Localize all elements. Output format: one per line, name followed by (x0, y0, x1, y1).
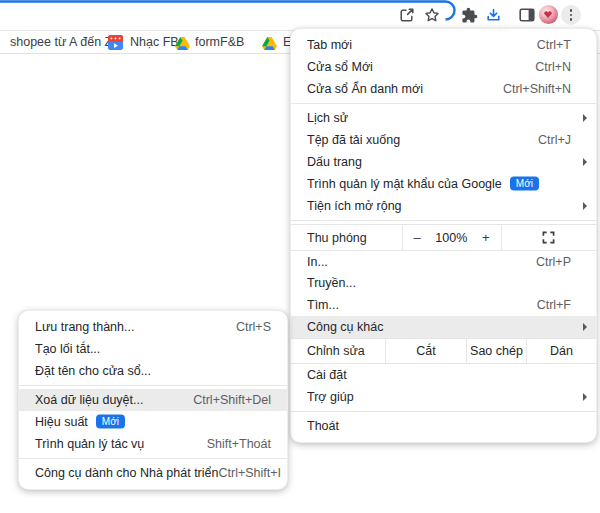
menu-item-help[interactable]: Trợ giúp (291, 386, 596, 408)
new-badge: Mới (510, 177, 539, 191)
paste-button[interactable]: Dán (526, 339, 596, 363)
menu-item-label: Cài đặt (307, 368, 347, 382)
submenu-arrow-icon (583, 323, 587, 331)
bookmark-item-formfb[interactable]: formF&B (195, 35, 244, 49)
fullscreen-icon (542, 231, 555, 244)
menu-item-label: Công cụ khác (307, 320, 383, 334)
extensions-puzzle-icon[interactable] (460, 6, 478, 24)
menu-separator (291, 103, 596, 104)
menu-item-label: Tiện ích mở rộng (307, 199, 402, 213)
menu-separator (19, 385, 287, 386)
menu-item-label: Trình quản lý tác vụ (35, 437, 144, 451)
copy-button[interactable]: Sao chép (466, 339, 526, 363)
menu-item-label: Tab mới (307, 38, 352, 52)
menu-item-label: Tạo lối tắt... (35, 342, 100, 356)
submenu-item-performance[interactable]: Hiệu suất Mới (19, 411, 287, 433)
menu-item-shortcut: Ctrl+P (536, 255, 571, 269)
download-icon[interactable] (484, 6, 502, 24)
menu-item-label: Hiệu suất (35, 415, 88, 429)
menu-item-bookmarks[interactable]: Dấu trang (291, 151, 596, 173)
submenu-item-dev-tools[interactable]: Công cụ dành cho Nhà phát triển Ctrl+Shi… (19, 462, 287, 484)
menu-item-shortcut: Ctrl+Shift+N (503, 82, 571, 96)
menu-item-label: Truyền... (307, 276, 356, 290)
submenu-arrow-icon (583, 202, 587, 210)
fullscreen-button[interactable] (502, 225, 597, 250)
menu-item-label: Đặt tên cho cửa sổ... (35, 364, 151, 378)
menu-item-label: In... (307, 255, 328, 269)
menu-item-print[interactable]: In... Ctrl+P (291, 250, 596, 272)
menu-item-shortcut: Ctrl+J (538, 133, 571, 147)
more-tools-submenu: Lưu trang thành... Ctrl+S Tạo lối tắt...… (18, 310, 288, 490)
menu-item-shortcut: Ctrl+Shift+I (218, 466, 281, 480)
omnibox-focus-ring (0, 0, 460, 23)
submenu-item-task-manager[interactable]: Trình quản lý tác vụ Shift+Thoát (19, 433, 287, 455)
menu-dots-icon[interactable] (561, 5, 581, 25)
menu-item-edit: Chỉnh sửa Cắt Sao chép Dán (291, 338, 596, 364)
video-playlist-icon (108, 35, 123, 54)
menu-item-exit[interactable]: Thoát (291, 415, 596, 437)
submenu-item-save-page[interactable]: Lưu trang thành... Ctrl+S (19, 316, 287, 338)
menu-item-label: Xoá dữ liệu duyệt... (35, 393, 143, 407)
profile-avatar[interactable] (539, 5, 558, 24)
menu-item-shortcut: Ctrl+Shift+Del (193, 393, 271, 407)
menu-item-find[interactable]: Tìm... Ctrl+F (291, 294, 596, 316)
submenu-item-create-shortcut[interactable]: Tạo lối tắt... (19, 338, 287, 360)
chrome-main-menu: Tab mới Ctrl+T Cửa sổ Mới Ctrl+N Cửa sổ … (290, 28, 597, 443)
edit-label: Chỉnh sửa (307, 344, 365, 358)
share-icon[interactable] (398, 6, 416, 24)
browser-toolbar (0, 0, 600, 31)
menu-separator (19, 458, 287, 459)
zoom-out-button[interactable]: – (414, 230, 421, 245)
zoom-in-button[interactable]: + (482, 230, 490, 245)
menu-item-settings[interactable]: Cài đặt (291, 364, 596, 386)
menu-item-password-manager[interactable]: Trình quản lý mật khẩu của Google Mới (291, 173, 596, 195)
new-badge: Mới (96, 415, 125, 429)
submenu-item-clear-browsing-data[interactable]: Xoá dữ liệu duyệt... Ctrl+Shift+Del (19, 389, 287, 411)
menu-item-label: Trình quản lý mật khẩu của Google (307, 177, 502, 191)
google-drive-icon (175, 36, 190, 54)
menu-item-new-window[interactable]: Cửa sổ Mới Ctrl+N (291, 56, 596, 78)
three-dots-glyph (570, 9, 573, 21)
menu-item-downloads[interactable]: Tệp đã tải xuống Ctrl+J (291, 129, 596, 151)
menu-item-history[interactable]: Lịch sử (291, 107, 596, 129)
menu-item-zoom: Thu phóng – 100% + (291, 224, 596, 250)
menu-item-shortcut: Ctrl+F (537, 298, 571, 312)
bookmark-item-shopee[interactable]: shopee từ A đến Z (10, 35, 112, 49)
menu-item-label: Cửa sổ Ẩn danh mới (307, 82, 423, 96)
bookmark-item-nhac-fb[interactable]: Nhạc FB (130, 35, 179, 49)
menu-item-shortcut: Shift+Thoát (207, 437, 271, 451)
submenu-arrow-icon (583, 158, 587, 166)
menu-item-label: Lưu trang thành... (35, 320, 134, 334)
menu-item-shortcut: Ctrl+T (537, 38, 571, 52)
menu-separator (291, 411, 596, 412)
menu-item-more-tools[interactable]: Công cụ khác (291, 316, 596, 338)
zoom-level: 100% (435, 231, 467, 245)
menu-item-cast[interactable]: Truyền... (291, 272, 596, 294)
menu-item-label: Tìm... (307, 298, 339, 312)
cut-button[interactable]: Cắt (385, 339, 466, 363)
menu-item-label: Trợ giúp (307, 390, 354, 404)
submenu-arrow-icon (583, 114, 587, 122)
side-panel-icon[interactable] (518, 6, 536, 24)
menu-item-label: Cửa sổ Mới (307, 60, 373, 74)
menu-item-label: Lịch sử (307, 111, 348, 125)
submenu-item-name-window[interactable]: Đặt tên cho cửa sổ... (19, 360, 287, 382)
google-drive-icon (262, 36, 277, 54)
menu-item-shortcut: Ctrl+N (535, 60, 571, 74)
menu-item-new-tab[interactable]: Tab mới Ctrl+T (291, 34, 596, 56)
menu-separator (291, 220, 596, 221)
bookmark-star-icon[interactable] (423, 6, 441, 24)
submenu-arrow-icon (583, 393, 587, 401)
zoom-label: Thu phóng (307, 231, 367, 245)
menu-item-shortcut: Ctrl+S (236, 320, 271, 334)
menu-item-label: Dấu trang (307, 155, 362, 169)
menu-item-extensions[interactable]: Tiện ích mở rộng (291, 195, 596, 217)
menu-item-label: Thoát (307, 419, 339, 433)
menu-item-label: Tệp đã tải xuống (307, 133, 400, 147)
menu-item-incognito[interactable]: Cửa sổ Ẩn danh mới Ctrl+Shift+N (291, 78, 596, 100)
menu-item-label: Công cụ dành cho Nhà phát triển (35, 466, 218, 480)
